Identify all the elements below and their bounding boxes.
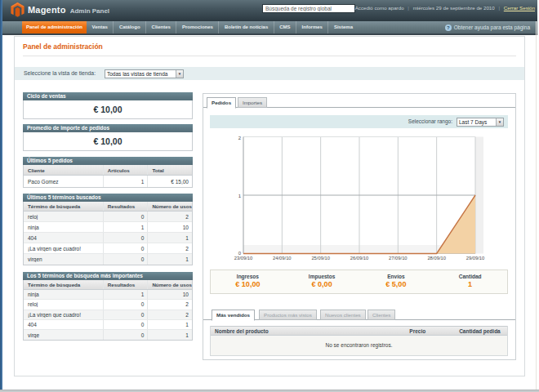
dashboard-container: Pedidos Importes Seleccionar rango: Last… — [203, 93, 516, 360]
svg-text:24/09/10: 24/09/10 — [273, 256, 292, 261]
header-date: miércoles 29 de septiembre de 2010 — [413, 5, 495, 11]
nav-item-informes[interactable]: Informes — [296, 21, 327, 33]
tab-clientes[interactable]: Clientes — [368, 310, 395, 320]
column-header[interactable]: Resultados — [103, 280, 148, 289]
column-header[interactable]: Artículos — [103, 165, 148, 175]
table-row[interactable]: virge 0 1 — [24, 330, 192, 340]
column-header[interactable]: Nombre del producto — [211, 328, 405, 334]
range-label: Seleccionar rango: — [408, 115, 452, 128]
logout-link[interactable]: Cerrar Sesión — [504, 5, 535, 11]
cell-uses: 2 — [147, 243, 192, 253]
table-row[interactable]: 404 0 1 — [24, 320, 192, 330]
table-row[interactable]: 404 0 1 — [24, 233, 192, 243]
box-title: Últimos 5 pedidos — [23, 157, 193, 165]
top-search-terms-box: Los 5 términos de búsqueda más important… — [23, 272, 193, 341]
cell-results: 0 — [103, 320, 148, 329]
help-link[interactable]: ? Obtener ayuda para esta página — [445, 21, 530, 33]
chart-y-labels: 2 1 0 — [238, 136, 242, 256]
diagram-tab-strip: Pedidos Importes — [203, 96, 515, 108]
magento-logo-icon — [11, 2, 24, 17]
cell-results: 0 — [103, 243, 148, 253]
stat-value: € 5,00 — [359, 280, 434, 288]
stat-envios: Envíos € 5,00 — [359, 270, 434, 293]
table-row[interactable]: ninja 1 10 — [24, 290, 192, 300]
stat-cantidad: Cantidad 1 — [433, 270, 507, 293]
cell-term: virge — [24, 332, 103, 338]
tab-mas-vendidos[interactable]: Más vendidos — [212, 310, 255, 321]
table-row[interactable]: reloj 0 2 — [24, 300, 192, 310]
global-search-input[interactable] — [262, 4, 355, 13]
header-user-info: Accedió como apardo | miércoles 29 de se… — [355, 5, 535, 11]
average-order-value: € 10,00 — [24, 132, 192, 150]
box-title: Últimos 5 términos buscados — [23, 194, 193, 202]
nav-item-cms[interactable]: CMS — [274, 21, 296, 33]
last-orders-box: Últimos 5 pedidos Cliente Artículos Tota… — [23, 157, 193, 188]
help-icon: ? — [445, 24, 452, 31]
grid-tab-strip: Más vendidos Productos más vistos Nuevos… — [203, 309, 515, 320]
stat-label: Cantidad — [433, 274, 507, 279]
main-nav: Panel de administración Ventas Catálogo … — [2, 21, 537, 35]
table-header-row: Cliente Artículos Total — [24, 165, 192, 176]
cell-uses: 2 — [147, 212, 192, 221]
cell-uses: 2 — [147, 310, 192, 319]
column-header[interactable]: Precio — [405, 328, 455, 334]
column-header[interactable]: Número de usos — [147, 202, 192, 211]
cell-uses: 1 — [147, 233, 192, 243]
chart-x-labels: 23/09/10 24/09/10 25/09/10 26/09/10 27/0… — [234, 256, 485, 261]
table-header-row: Término de búsqueda Resultados Número de… — [24, 280, 192, 290]
tab-pedidos[interactable]: Pedidos — [207, 97, 236, 109]
tab-productos-mas-vistos[interactable]: Productos más vistos — [259, 310, 317, 320]
column-header[interactable]: Cliente — [24, 167, 103, 173]
table-row[interactable]: ¡La virgen que cuadro! 0 2 — [24, 243, 192, 254]
brand-subtitle: Admin Panel — [70, 7, 109, 15]
stat-label: Impuestos — [285, 274, 359, 279]
table-row[interactable]: ¡La virgen que cuadro! 0 2 — [24, 310, 192, 320]
nav-item-clientes[interactable]: Clientes — [145, 21, 176, 33]
page-title: Panel de administración — [23, 42, 103, 51]
svg-text:25/09/10: 25/09/10 — [311, 256, 330, 261]
stat-value: € 0,00 — [285, 280, 359, 288]
tab-importes[interactable]: Importes — [238, 97, 267, 108]
nav-item-catalogo[interactable]: Catálogo — [113, 21, 145, 33]
stat-ingresos: Ingresos € 10,00 — [211, 270, 285, 293]
cell-results: 0 — [103, 300, 148, 309]
top-header: Magento Admin Panel Accedió como apardo … — [2, 0, 537, 21]
column-header[interactable]: Resultados — [103, 202, 148, 211]
svg-text:1: 1 — [238, 194, 242, 198]
table-row[interactable]: reloj 0 2 — [24, 212, 192, 222]
nav-item-sistema[interactable]: Sistema — [327, 21, 358, 33]
column-header[interactable]: Total — [147, 165, 192, 175]
range-select[interactable]: Last 7 Days ▼ — [457, 118, 504, 127]
table-row[interactable]: Paco Gomez 1 € 15,00 — [24, 176, 192, 187]
column-header[interactable]: Cantidad pedida — [455, 328, 507, 334]
cell-uses: 2 — [147, 300, 192, 309]
cell-uses: 10 — [147, 290, 192, 299]
stat-label: Ingresos — [211, 274, 285, 279]
column-header[interactable]: Término de búsqueda — [24, 282, 103, 287]
nav-item-promociones[interactable]: Promociones — [176, 21, 218, 33]
store-view-select[interactable]: Todas las vistas de tienda ▼ — [105, 69, 184, 78]
cell-term: reloj — [24, 214, 103, 220]
cell-term: reloj — [24, 301, 103, 307]
nav-item-boletin[interactable]: Boletín de noticias — [218, 21, 273, 33]
grid-header-row: Nombre del producto Precio Cantidad pedi… — [211, 326, 507, 336]
column-header[interactable]: Número de usos — [147, 280, 192, 289]
tab-nuevos-clientes[interactable]: Nuevos clientes — [320, 310, 366, 320]
cell-results: 1 — [103, 290, 148, 299]
separator: | — [408, 5, 409, 11]
svg-text:23/09/10: 23/09/10 — [234, 256, 253, 261]
stat-impuestos: Impuestos € 0,00 — [285, 270, 359, 293]
store-view-selected: Todas las vistas de tienda — [105, 70, 176, 78]
window-left-edge — [0, 0, 2, 390]
box-title: Ciclo de ventas — [23, 92, 193, 100]
help-label: Obtener ayuda para esta página — [454, 24, 530, 30]
table-row[interactable]: virgen 0 1 — [24, 254, 192, 265]
cell-term: 404 — [24, 235, 103, 241]
nav-item-ventas[interactable]: Ventas — [87, 21, 113, 33]
last-search-terms-table: Término de búsqueda Resultados Número de… — [23, 202, 193, 265]
cell-results: 0 — [103, 212, 148, 221]
column-header[interactable]: Término de búsqueda — [24, 203, 103, 209]
table-row[interactable]: ninja 1 10 — [24, 222, 192, 233]
orders-chart: 2 1 0 23/09/10 24/09/10 25/09/10 26/09/1… — [210, 131, 508, 261]
nav-item-dashboard[interactable]: Panel de administración — [22, 21, 87, 33]
